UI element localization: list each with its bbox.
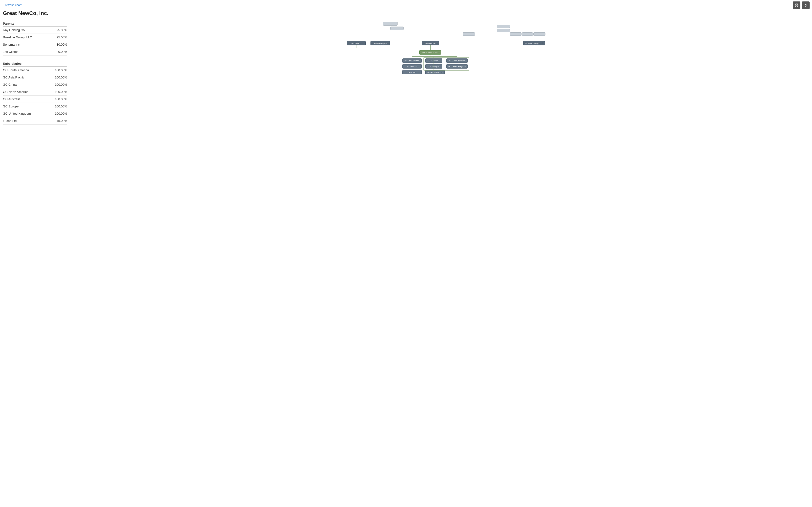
any-holding-co-node[interactable]: Any Holding Co <box>370 41 390 45</box>
help-icon: ? <box>805 3 807 7</box>
parents-section-header: Parents <box>3 19 67 26</box>
lucor-ltd-node[interactable]: Lucor, Ltd. <box>402 70 422 74</box>
subsidiary-pct: 75.00% <box>57 119 67 123</box>
gc-china-node[interactable]: GC China <box>425 58 442 63</box>
svg-rect-0 <box>796 6 798 7</box>
gc-south-america-node[interactable]: GC South America <box>425 70 445 74</box>
subsidiary-name: GC United Kingdom <box>3 112 31 115</box>
parent-name: Baseline Group, LLC <box>3 36 32 39</box>
connectors-svg <box>342 22 550 89</box>
gc-asia-pacific-node[interactable]: GC Asia Pacific <box>402 58 422 63</box>
subsidiary-name: GC South America <box>3 68 29 72</box>
subsidiary-row: GC Europe100.00% <box>3 103 67 110</box>
ghost-node-6 <box>510 32 521 36</box>
gc-europe-node[interactable]: GC Europe <box>425 64 442 68</box>
subsidiary-name: GC China <box>3 83 17 87</box>
parent-name: Sonoma Inc <box>3 43 19 46</box>
parents-list: Any Holding Co25.00%Baseline Group, LLC2… <box>3 26 67 56</box>
ghost-node-2 <box>390 26 404 30</box>
chart-container: Jeff Clinton Any Holding Co Sonoma Inc B… <box>342 22 540 89</box>
parent-pct: 30.00% <box>57 43 67 46</box>
top-bar: refresh chart ? <box>0 0 812 9</box>
main-layout: Parents Any Holding Co25.00%Baseline Gro… <box>0 19 812 129</box>
gc-north-america-node[interactable]: GC North America <box>446 58 468 63</box>
parent-pct: 20.00% <box>57 50 67 54</box>
top-right-buttons: ? <box>793 1 810 9</box>
subsidiary-row: GC Asia Pacific100.00% <box>3 74 67 81</box>
subsidiary-name: GC North America <box>3 90 28 94</box>
subsidiary-name: GC Asia Pacific <box>3 75 24 79</box>
parent-row: Any Holding Co25.00% <box>3 26 67 34</box>
subsidiary-row: GC China100.00% <box>3 81 67 89</box>
subsidiary-name: Lucor, Ltd. <box>3 119 18 123</box>
subsidiary-pct: 100.00% <box>55 75 67 79</box>
refresh-link[interactable]: refresh chart <box>2 1 24 9</box>
chart-svg <box>342 22 540 89</box>
subsidiary-row: GC North America100.00% <box>3 89 67 96</box>
gc-united-kingdom-node[interactable]: GC United Kingdom <box>446 64 468 68</box>
baseline-group-node[interactable]: Baseline Group, LLC <box>523 41 545 45</box>
parent-row: Baseline Group, LLC25.00% <box>3 34 67 41</box>
subsidiary-row: Lucor, Ltd.75.00% <box>3 117 67 125</box>
parent-pct: 25.00% <box>57 28 67 32</box>
subsidiary-pct: 100.00% <box>55 105 67 108</box>
subsidiary-pct: 100.00% <box>55 83 67 87</box>
ghost-node-4 <box>497 29 510 32</box>
parent-row: Jeff Clinton20.00% <box>3 48 67 56</box>
ghost-node-3 <box>497 24 510 28</box>
gc-australia-node[interactable]: GC Australia <box>402 64 422 68</box>
ghost-node-1 <box>383 22 398 25</box>
subsidiary-row: GC Australia100.00% <box>3 96 67 103</box>
subsidiary-pct: 100.00% <box>55 68 67 72</box>
jeff-clinton-node[interactable]: Jeff Clinton <box>347 41 366 45</box>
parent-name: Any Holding Co <box>3 28 24 32</box>
subsidiary-name: GC Australia <box>3 97 20 101</box>
right-panel: Jeff Clinton Any Holding Co Sonoma Inc B… <box>70 19 812 129</box>
parent-pct: 25.00% <box>57 36 67 39</box>
subsidiary-row: GC United Kingdom100.00% <box>3 110 67 117</box>
great-newco-node[interactable]: Great NewCo, Inc. <box>419 50 441 55</box>
subsidiary-pct: 100.00% <box>55 97 67 101</box>
subsidiaries-list: GC South America100.00%GC Asia Pacific10… <box>3 67 67 125</box>
subsidiary-pct: 100.00% <box>55 112 67 115</box>
parent-name: Jeff Clinton <box>3 50 18 54</box>
print-button[interactable] <box>793 1 800 9</box>
subsidiaries-section-header: Subsidiaries <box>3 59 67 67</box>
subsidiary-name: GC Europe <box>3 105 18 108</box>
ghost-node-8 <box>534 32 546 36</box>
subsidiary-row: GC South America100.00% <box>3 67 67 74</box>
help-button[interactable]: ? <box>802 1 810 9</box>
parent-row: Sonoma Inc30.00% <box>3 41 67 48</box>
subsidiary-pct: 100.00% <box>55 90 67 94</box>
ghost-node-7 <box>522 32 533 36</box>
left-panel: Parents Any Holding Co25.00%Baseline Gro… <box>0 19 70 129</box>
sonoma-inc-node[interactable]: Sonoma Inc <box>422 41 439 45</box>
ghost-node-5 <box>463 32 475 36</box>
page-title: Great NewCo, Inc. <box>0 9 812 19</box>
